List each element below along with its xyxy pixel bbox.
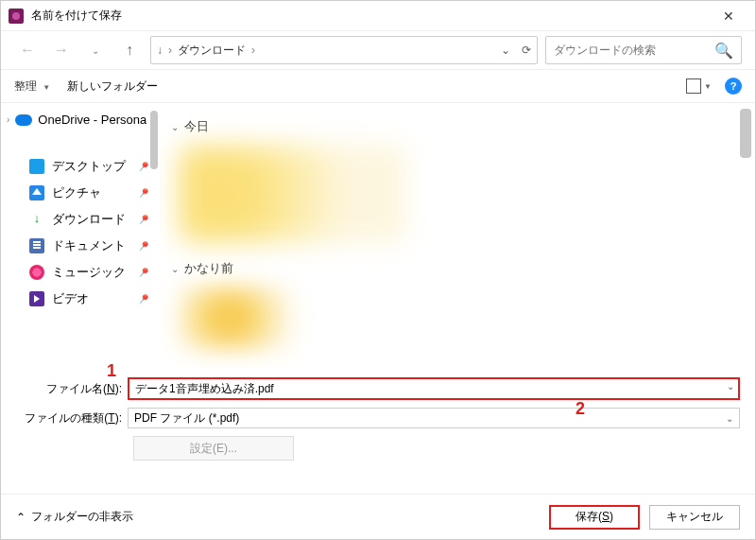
save-button[interactable]: 保存(S) xyxy=(549,505,640,530)
up-button[interactable]: ↑ xyxy=(116,37,143,63)
organize-menu[interactable]: 整理 ▼ xyxy=(14,78,50,95)
cancel-button[interactable]: キャンセル xyxy=(649,505,740,530)
breadcrumb-item[interactable]: ダウンロード xyxy=(178,43,246,59)
callout-2: 2 xyxy=(576,399,585,419)
view-mode-button[interactable]: ▼ xyxy=(686,78,712,94)
file-list[interactable]: ⌄今日 ⌄かなり前 xyxy=(160,103,755,368)
filename-dropdown-icon[interactable]: ⌄ xyxy=(727,381,734,392)
address-bar[interactable]: ↓ › ダウンロード › ⌄ ⟳ xyxy=(150,36,538,64)
sidebar-item-label: ピクチャ xyxy=(52,184,101,201)
documents-icon xyxy=(29,238,44,253)
sidebar-item-videos[interactable]: ビデオ📍 xyxy=(1,286,160,312)
group-header-long-ago[interactable]: ⌄かなり前 xyxy=(171,260,744,277)
filetype-value: PDF ファイル (*.pdf) xyxy=(134,410,239,427)
view-icon xyxy=(686,78,701,94)
sidebar-item-label: ミュージック xyxy=(52,264,126,281)
filename-input[interactable] xyxy=(128,377,740,400)
onedrive-icon xyxy=(15,114,32,126)
group-header-today[interactable]: ⌄今日 xyxy=(171,118,744,135)
blurred-thumbnail xyxy=(179,287,292,349)
pictures-icon xyxy=(29,185,44,200)
blurred-thumbnails xyxy=(179,145,405,243)
close-button[interactable]: ✕ xyxy=(710,9,747,24)
quick-access-list: デスクトップ📍 ピクチャ📍 ↓ダウンロード📍 ドキュメント📍 ミュージック📍 ビ… xyxy=(1,153,160,312)
chevron-down-icon: ⌄ xyxy=(726,413,733,424)
title-bar: 名前を付けて保存 ✕ xyxy=(1,1,755,31)
downloads-icon: ↓ xyxy=(157,44,163,57)
nav-row: ← → ⌄ ↑ ↓ › ダウンロード › ⌄ ⟳ 🔍 xyxy=(1,31,755,69)
expand-icon[interactable]: › xyxy=(7,114,9,125)
address-dropdown-icon[interactable]: ⌄ xyxy=(501,44,510,57)
sidebar-item-pictures[interactable]: ピクチャ📍 xyxy=(1,180,160,206)
chevron-down-icon: ▼ xyxy=(704,82,712,91)
breadcrumb-sep: › xyxy=(251,44,255,57)
organize-label: 整理 xyxy=(14,79,37,93)
sidebar-item-label: ダウンロード xyxy=(52,211,126,228)
sidebar-item-music[interactable]: ミュージック📍 xyxy=(1,259,160,286)
forward-button[interactable]: → xyxy=(48,37,75,63)
chevron-up-icon: ⌃ xyxy=(16,511,26,524)
callout-1: 1 xyxy=(107,361,116,381)
group-label: 今日 xyxy=(184,118,209,135)
refresh-icon[interactable]: ⟳ xyxy=(522,44,531,57)
hide-folders-label: フォルダーの非表示 xyxy=(31,509,133,525)
sidebar-item-onedrive[interactable]: › OneDrive - Persona xyxy=(1,107,160,132)
content-scrollbar-thumb[interactable] xyxy=(740,109,751,158)
window-title: 名前を付けて保存 xyxy=(31,8,710,24)
sidebar-item-label: ビデオ xyxy=(52,290,89,307)
breadcrumb-sep: › xyxy=(168,44,172,57)
sidebar-item-label: デスクトップ xyxy=(52,158,126,175)
search-box[interactable]: 🔍 xyxy=(545,36,742,64)
help-button[interactable]: ? xyxy=(725,78,742,95)
sidebar-item-label: OneDrive - Persona xyxy=(38,113,146,127)
search-icon[interactable]: 🔍 xyxy=(714,42,733,60)
main-area: › OneDrive - Persona デスクトップ📍 ピクチャ📍 ↓ダウンロ… xyxy=(1,103,755,368)
back-button[interactable]: ← xyxy=(14,37,41,63)
music-icon xyxy=(29,265,44,280)
new-folder-button[interactable]: 新しいフォルダー xyxy=(67,78,158,95)
chevron-down-icon: ⌄ xyxy=(171,264,179,274)
videos-icon xyxy=(29,291,44,306)
filetype-label: ファイルの種類(T): xyxy=(16,410,128,427)
sidebar-item-documents[interactable]: ドキュメント📍 xyxy=(1,233,160,259)
search-input[interactable] xyxy=(554,44,714,57)
sidebar-item-label: ドキュメント xyxy=(52,237,126,254)
footer: ⌃ フォルダーの非表示 保存(S) キャンセル xyxy=(1,494,755,539)
chevron-down-icon: ▼ xyxy=(43,83,50,92)
sidebar-scrollbar[interactable] xyxy=(148,103,160,368)
toolbar: 整理 ▼ 新しいフォルダー ▼ ? xyxy=(1,69,755,103)
recent-dropdown[interactable]: ⌄ xyxy=(82,37,109,63)
filetype-select[interactable]: PDF ファイル (*.pdf) ⌄ xyxy=(128,408,740,428)
settings-button[interactable]: 設定(E)... xyxy=(133,436,294,461)
sidebar: › OneDrive - Persona デスクトップ📍 ピクチャ📍 ↓ダウンロ… xyxy=(1,103,160,368)
downloads-icon: ↓ xyxy=(29,212,44,227)
filename-label: ファイル名(N): xyxy=(16,381,128,397)
app-icon xyxy=(9,9,24,24)
sidebar-item-downloads[interactable]: ↓ダウンロード📍 xyxy=(1,206,160,233)
form-area: 1 ファイル名(N): ⌄ ファイルの種類(T): PDF ファイル (*.pd… xyxy=(1,368,755,466)
chevron-down-icon: ⌄ xyxy=(171,122,179,132)
scrollbar-thumb[interactable] xyxy=(150,111,158,169)
group-label: かなり前 xyxy=(184,260,233,277)
hide-folders-toggle[interactable]: ⌃ フォルダーの非表示 xyxy=(16,509,133,525)
desktop-icon xyxy=(29,159,44,174)
sidebar-item-desktop[interactable]: デスクトップ📍 xyxy=(1,153,160,180)
